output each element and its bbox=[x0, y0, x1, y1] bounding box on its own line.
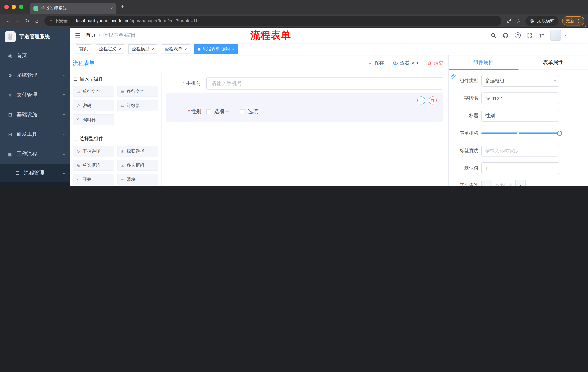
help-icon[interactable]: ? bbox=[515, 32, 521, 38]
browser-menu-icon[interactable]: ⋮ bbox=[576, 18, 581, 23]
window-minimize-button[interactable] bbox=[12, 5, 16, 9]
new-tab-button[interactable]: + bbox=[121, 3, 125, 11]
plus-button[interactable]: + bbox=[515, 180, 525, 186]
sidebar-item-process-form[interactable]: ▤ 流程表单 bbox=[0, 182, 70, 186]
component-type-value[interactable] bbox=[481, 75, 559, 87]
tab-close-icon[interactable]: × bbox=[110, 6, 113, 11]
tag-close-icon[interactable]: × bbox=[152, 47, 154, 51]
phone-field-row[interactable]: *手机号 bbox=[166, 76, 443, 91]
tab-form-props[interactable]: 表单属性 bbox=[518, 55, 588, 70]
palette-item-label: 单行文本 bbox=[83, 88, 100, 95]
password-key-icon[interactable] bbox=[506, 18, 512, 23]
palette-item-switch[interactable]: ◐开关 bbox=[73, 174, 114, 185]
security-label[interactable]: 不安全 bbox=[55, 18, 68, 24]
breadcrumb-home[interactable]: 首页 bbox=[86, 32, 96, 39]
tab-component-props[interactable]: 组件属性 bbox=[449, 55, 518, 70]
slider-handle[interactable] bbox=[557, 131, 562, 136]
user-avatar[interactable] bbox=[550, 30, 561, 41]
default-value-input[interactable] bbox=[481, 162, 559, 174]
sidebar-item-home[interactable]: ◉ 首页 bbox=[0, 46, 70, 65]
gender-field-row-selected[interactable]: *性别 选项一 选项二 bbox=[166, 93, 443, 122]
tag-label: 流程表单-编辑 bbox=[202, 46, 230, 52]
link-icon[interactable] bbox=[451, 74, 456, 80]
tag-process-definition[interactable]: 流程定义 × bbox=[96, 44, 124, 54]
forward-icon[interactable]: → bbox=[13, 18, 22, 24]
back-icon[interactable]: ← bbox=[4, 18, 13, 24]
palette-item-slider[interactable]: ⊸滑块 bbox=[117, 174, 158, 185]
tag-process-form[interactable]: 流程表单 × bbox=[162, 44, 190, 54]
fullscreen-icon[interactable] bbox=[527, 32, 532, 38]
component-type-select[interactable]: ▾ bbox=[481, 75, 559, 87]
sidebar-item-workflow[interactable]: ▣ 工作流程 ▴ bbox=[0, 144, 70, 164]
sidebar-item-payment[interactable]: ¥ 支付管理 ▾ bbox=[0, 85, 70, 105]
sidebar-item-infra[interactable]: ⊡ 基础设施 ▾ bbox=[0, 105, 70, 125]
incognito-icon bbox=[529, 18, 535, 23]
tag-close-icon[interactable]: × bbox=[232, 47, 235, 51]
min-select-placeholder[interactable]: 至少应选 bbox=[492, 180, 515, 186]
palette-item-password[interactable]: ⊝密码 bbox=[73, 100, 114, 111]
palette-item-cascader[interactable]: ⋔级联选择 bbox=[117, 146, 158, 157]
url-host: dashboard.yudao.iocoder.cn bbox=[74, 18, 129, 23]
menu-label: 支付管理 bbox=[17, 92, 37, 98]
checkbox-box[interactable] bbox=[240, 109, 245, 114]
hamburger-icon[interactable]: ☰ bbox=[75, 32, 80, 39]
cascader-icon: ⋔ bbox=[120, 149, 125, 153]
window-close-button[interactable] bbox=[4, 5, 9, 9]
breadcrumb-separator: / bbox=[99, 32, 100, 38]
sidebar-item-process-mgmt[interactable]: ☰ 流程管理 ▴ bbox=[0, 164, 70, 182]
title-input[interactable] bbox=[481, 110, 559, 122]
delete-component-icon[interactable] bbox=[429, 96, 437, 105]
palette-item-radio-group[interactable]: ◉单选框组 bbox=[73, 160, 114, 171]
palette-item-single-text[interactable]: ▭单行文本 bbox=[73, 86, 114, 97]
search-icon[interactable] bbox=[491, 32, 496, 38]
tags-view: 首页 流程定义 × 流程模型 × 流程表单 × 流程表单-编辑 × bbox=[70, 43, 588, 55]
reload-icon[interactable]: ↻ bbox=[22, 18, 32, 24]
gender-option-1-checkbox[interactable]: 选项一 bbox=[206, 108, 230, 115]
check-icon: ✓ bbox=[368, 60, 373, 66]
font-size-icon[interactable]: TT bbox=[538, 32, 544, 38]
address-bar[interactable]: ⚠ 不安全 dashboard.yudao.iocoder.cn/bpm/man… bbox=[44, 16, 501, 26]
palette-item-textarea[interactable]: ▤多行文本 bbox=[117, 86, 158, 97]
browser-home-icon[interactable]: ⌂ bbox=[32, 18, 42, 24]
menu-label: 首页 bbox=[17, 53, 27, 59]
clear-button[interactable]: 清空 bbox=[427, 60, 443, 66]
github-icon[interactable] bbox=[503, 32, 509, 38]
tag-process-model[interactable]: 流程模型 × bbox=[129, 44, 157, 54]
bunny-logo-icon bbox=[6, 33, 14, 41]
slider-track[interactable] bbox=[481, 132, 559, 134]
palette-item-label: 单选框组 bbox=[83, 162, 100, 168]
sidebar-item-devtools[interactable]: ⊞ 研发工具 ▾ bbox=[0, 125, 70, 144]
toolbar-caret-icon[interactable]: ▾ bbox=[585, 24, 587, 28]
update-label: 更新 bbox=[566, 18, 575, 24]
grid-label: 表单栅格 bbox=[452, 130, 481, 137]
grid-slider[interactable] bbox=[481, 128, 559, 139]
input-icon: ▭ bbox=[76, 89, 81, 94]
tag-process-form-edit[interactable]: 流程表单-编辑 × bbox=[194, 44, 238, 54]
component-type-row: 组件类型 ▾ bbox=[452, 75, 588, 87]
save-button[interactable]: ✓ 保存 bbox=[368, 60, 384, 66]
checkbox-box[interactable] bbox=[206, 109, 211, 114]
bookmark-star-icon[interactable]: ☆ bbox=[516, 18, 521, 24]
view-json-button[interactable]: 查看json bbox=[393, 60, 418, 66]
palette-item-select[interactable]: ⊙下拉选择 bbox=[73, 146, 114, 157]
sidebar-logo[interactable]: 芋道管理系统 bbox=[0, 28, 70, 46]
gender-option-2-checkbox[interactable]: 选项二 bbox=[240, 108, 263, 115]
palette-item-checkbox-group[interactable]: ☑多选框组 bbox=[117, 160, 158, 171]
palette-item-editor[interactable]: ¶编辑器 bbox=[73, 114, 114, 125]
browser-update-button[interactable]: 更新 ⋮ bbox=[562, 16, 584, 25]
palette-item-counter[interactable]: 123计数器 bbox=[117, 100, 158, 111]
copy-component-icon[interactable] bbox=[417, 96, 425, 105]
browser-tab[interactable]: 芋道管理系统 × bbox=[30, 3, 116, 14]
tag-close-icon[interactable]: × bbox=[119, 47, 121, 51]
avatar-caret-icon[interactable]: ▾ bbox=[565, 33, 566, 37]
minus-button[interactable]: − bbox=[482, 180, 492, 186]
tag-home[interactable]: 首页 bbox=[76, 44, 91, 54]
sidebar-item-system[interactable]: ⚙ 系统管理 ▾ bbox=[0, 65, 70, 85]
properties-panel: 组件属性 表单属性 组件类型 ▾ bbox=[448, 55, 588, 186]
window-zoom-button[interactable] bbox=[19, 5, 23, 9]
content: 流程表单 ✓ 保存 查看json bbox=[70, 55, 588, 186]
label-width-input[interactable] bbox=[481, 145, 559, 157]
tag-close-icon[interactable]: × bbox=[184, 47, 187, 51]
phone-input[interactable] bbox=[206, 77, 443, 90]
field-name-input[interactable] bbox=[481, 93, 559, 104]
